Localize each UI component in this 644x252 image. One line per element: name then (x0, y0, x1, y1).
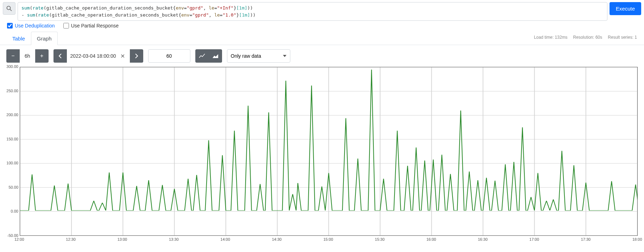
x-tick-label: 12:00 (14, 237, 24, 241)
y-tick-label: 50.00 (8, 185, 18, 189)
chart-plot[interactable] (20, 67, 638, 236)
x-tick-label: 16:30 (478, 237, 488, 241)
x-tick-label: 17:30 (581, 237, 591, 241)
dedup-checkbox[interactable] (7, 23, 13, 29)
y-tick-label: 0.00 (11, 209, 18, 213)
time-navigator: 2022-03-04 18:00:00 ✕ (53, 49, 143, 63)
time-prev-button[interactable] (53, 49, 67, 63)
dedup-toggle[interactable]: Use Deduplication (7, 23, 55, 29)
x-tick-label: 16:00 (427, 237, 436, 241)
partial-toggle[interactable]: Use Partial Response (63, 23, 119, 29)
y-tick-label: 250.00 (6, 89, 18, 93)
x-tick-label: 13:30 (169, 237, 179, 241)
dedup-label: Use Deduplication (15, 23, 55, 29)
expression-input[interactable]: sum(rate(gitlab_cache_operation_duration… (18, 2, 607, 21)
y-tick-label: 150.00 (6, 137, 18, 141)
time-next-button[interactable] (130, 49, 143, 63)
load-time-label: Load time: 132ms (534, 35, 567, 40)
series-count-label: Result series: 1 (608, 35, 637, 40)
x-tick-label: 15:30 (375, 237, 385, 241)
range-decrease-button[interactable]: − (6, 49, 20, 63)
tab-graph[interactable]: Graph (31, 32, 58, 45)
chart-type-toggle (195, 49, 222, 63)
y-tick-label: 200.00 (6, 113, 18, 117)
x-tick-label: 14:00 (220, 237, 230, 241)
metric-explorer-button[interactable] (3, 2, 15, 15)
end-time-value[interactable]: 2022-03-04 18:00:00 (70, 53, 116, 59)
x-tick-label: 14:30 (272, 237, 282, 241)
resolution-input[interactable] (148, 49, 190, 63)
tab-table[interactable]: Table (6, 32, 31, 45)
x-tick-label: 12:30 (66, 237, 76, 241)
partial-checkbox[interactable] (63, 23, 69, 29)
x-tick-label: 13:00 (118, 237, 127, 241)
y-tick-label: 100.00 (6, 161, 18, 165)
x-tick-label: 18:00 (632, 237, 642, 241)
partial-label: Use Partial Response (71, 23, 119, 29)
resolution-meta-label: Resolution: 60s (573, 35, 602, 40)
clear-time-icon[interactable]: ✕ (119, 53, 126, 59)
data-mode-select[interactable]: Only raw data (227, 49, 290, 63)
x-tick-label: 17:00 (529, 237, 539, 241)
range-label: 6h (20, 49, 35, 63)
line-chart-icon[interactable] (195, 49, 209, 63)
svg-point-0 (7, 6, 11, 10)
range-stepper: − 6h + (6, 49, 49, 63)
area-chart-icon[interactable] (209, 49, 222, 63)
range-increase-button[interactable]: + (35, 49, 49, 63)
svg-line-1 (10, 10, 12, 11)
execute-button[interactable]: Execute (610, 2, 641, 15)
y-tick-label: 300.00 (6, 64, 18, 69)
x-tick-label: 15:00 (323, 237, 333, 241)
